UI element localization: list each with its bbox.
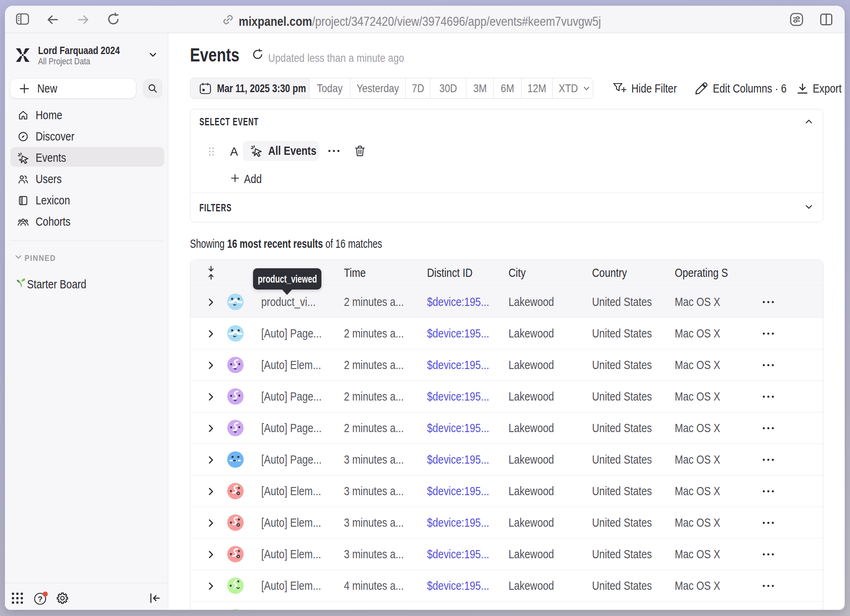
- svg-text:?: ?: [38, 595, 43, 603]
